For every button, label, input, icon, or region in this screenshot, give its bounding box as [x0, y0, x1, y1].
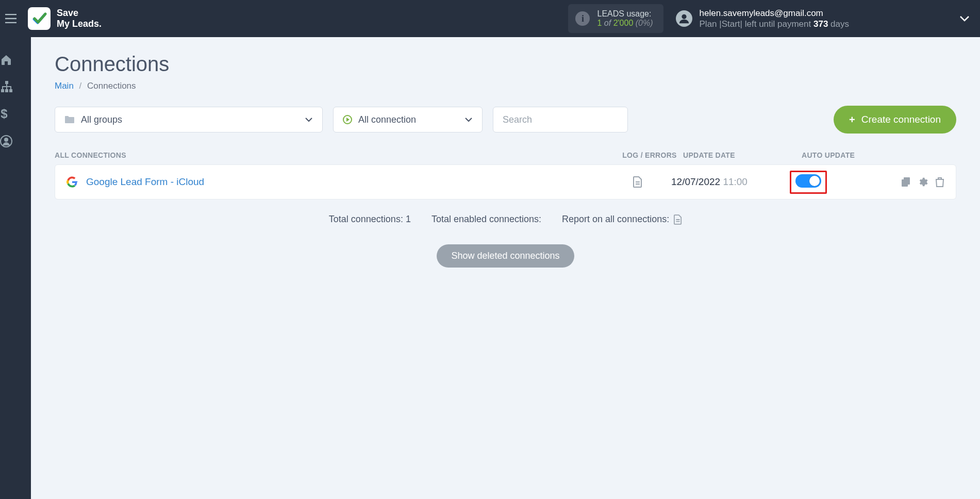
svg-rect-2: [1, 89, 4, 92]
sidebar-item-home[interactable]: [0, 54, 31, 66]
total-enabled: Total enabled connections:: [431, 214, 541, 225]
topbar: Save My Leads. i LEADS usage: 1 of 2'000…: [0, 0, 980, 37]
search-input[interactable]: [503, 114, 618, 125]
col-update-date: UPDATE DATE: [683, 151, 802, 159]
sidebar-item-billing[interactable]: $: [0, 107, 31, 121]
folder-icon: [64, 115, 75, 124]
svg-point-7: [4, 138, 8, 142]
home-icon: [0, 54, 12, 66]
play-icon: [343, 115, 352, 124]
sidebar: $: [0, 37, 31, 499]
brand-line1: Save: [57, 8, 102, 19]
document-icon[interactable]: [674, 214, 682, 225]
status-select[interactable]: All connection: [333, 107, 483, 132]
chevron-down-icon: [305, 117, 313, 122]
delete-button[interactable]: [935, 177, 944, 187]
auto-update-highlight: [790, 171, 827, 194]
usage-text: LEADS usage: 1 of 2'000 (0%): [597, 9, 653, 28]
show-deleted-button[interactable]: Show deleted connections: [437, 244, 574, 268]
col-log-errors: LOG / ERRORS: [616, 151, 683, 159]
account-text: helen.savemyleads@gmail.com Plan |Start|…: [700, 8, 849, 30]
table-header: ALL CONNECTIONS LOG / ERRORS UPDATE DATE…: [55, 151, 956, 159]
account-email: helen.savemyleads@gmail.com: [700, 8, 849, 19]
col-all-connections: ALL CONNECTIONS: [55, 151, 616, 159]
usage-box: i LEADS usage: 1 of 2'000 (0%): [568, 4, 663, 33]
google-icon: [67, 176, 78, 188]
create-connection-label: Create connection: [861, 114, 941, 125]
brand-line2: My Leads.: [57, 19, 102, 29]
main-content: Connections Main / Connections All group…: [31, 37, 980, 499]
copy-button[interactable]: [901, 177, 910, 187]
breadcrumb: Main / Connections: [55, 81, 956, 91]
total-connections: Total connections: 1: [329, 214, 411, 225]
svg-text:$: $: [1, 107, 8, 121]
breadcrumb-current: Connections: [87, 81, 136, 91]
breadcrumb-main[interactable]: Main: [55, 81, 74, 91]
sidebar-item-profile[interactable]: [0, 135, 31, 147]
gear-icon: [918, 177, 928, 187]
summary-row: Total connections: 1 Total enabled conne…: [55, 214, 956, 225]
group-select-label: All groups: [81, 114, 122, 125]
toolbar: All groups All connection + Create conne…: [55, 106, 956, 134]
usage-label: LEADS usage:: [597, 9, 653, 19]
brand-name: Save My Leads.: [57, 8, 102, 29]
report-all: Report on all connections:: [562, 214, 682, 225]
app-logo: [28, 7, 51, 30]
account-plan: Plan |Start| left until payment 373 days: [700, 19, 849, 29]
col-auto-update: AUTO UPDATE: [802, 151, 894, 159]
svg-rect-3: [5, 89, 8, 92]
search-box[interactable]: [493, 107, 628, 132]
hamburger-icon: [5, 14, 16, 23]
svg-rect-1: [5, 81, 8, 84]
trash-icon: [935, 177, 944, 187]
svg-point-0: [682, 14, 686, 19]
connection-link[interactable]: Google Lead Form - iCloud: [86, 176, 204, 188]
avatar-icon: [676, 10, 692, 27]
info-icon: i: [575, 11, 590, 26]
account-box[interactable]: helen.savemyleads@gmail.com Plan |Start|…: [676, 8, 970, 30]
user-icon: [0, 135, 12, 147]
copy-icon: [901, 177, 910, 187]
menu-button[interactable]: [5, 14, 26, 23]
page-title: Connections: [55, 53, 956, 76]
sitemap-icon: [0, 80, 13, 93]
settings-button[interactable]: [918, 177, 928, 187]
table-row: Google Lead Form - iCloud 12/07/2022 11:…: [55, 164, 956, 199]
usage-value: 1 of 2'000 (0%): [597, 19, 653, 28]
auto-update-toggle[interactable]: [795, 174, 821, 188]
status-select-label: All connection: [358, 114, 416, 125]
document-icon: [633, 176, 642, 188]
svg-rect-4: [9, 89, 12, 92]
chevron-down-icon: [464, 117, 473, 122]
check-icon: [31, 11, 47, 26]
log-button[interactable]: [604, 176, 671, 188]
sidebar-item-connections[interactable]: [0, 80, 31, 93]
group-select[interactable]: All groups: [55, 107, 323, 132]
chevron-down-icon[interactable]: [959, 15, 970, 22]
create-connection-button[interactable]: + Create connection: [834, 106, 956, 134]
dollar-icon: $: [0, 107, 8, 121]
plus-icon: +: [849, 114, 855, 126]
svg-rect-9: [902, 179, 908, 187]
update-date: 12/07/2022 11:00: [671, 176, 790, 188]
